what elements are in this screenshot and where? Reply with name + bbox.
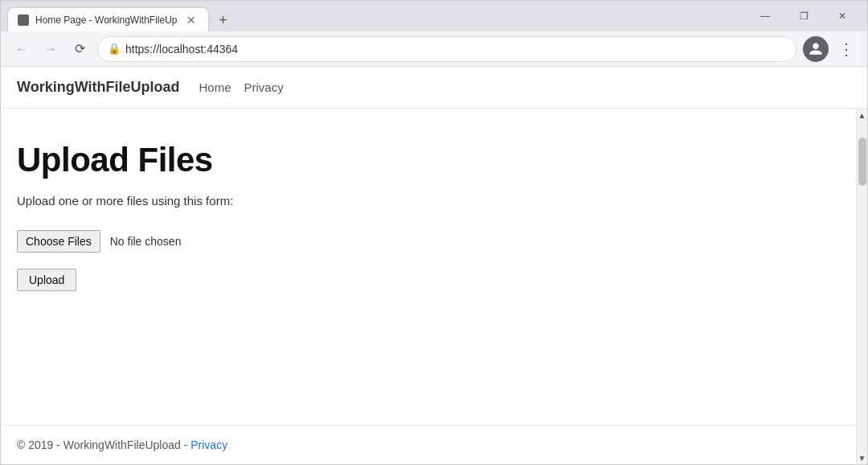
tab-favicon [18,14,29,26]
url-bar[interactable]: 🔒 https://localhost:44364 [97,36,796,62]
lock-icon: 🔒 [108,43,121,55]
page-heading: Upload Files [17,141,840,179]
upload-button[interactable]: Upload [17,269,76,291]
scroll-up-button[interactable]: ▲ [858,109,866,121]
site-navbar: WorkingWithFileUpload Home Privacy [1,67,867,109]
site-brand-link[interactable]: WorkingWithFileUpload [17,79,180,96]
site-nav-links: Home Privacy [199,80,284,94]
back-button[interactable]: ← [10,38,33,60]
more-options-button[interactable]: ⋮ [835,38,858,60]
tab-close-button[interactable]: ✕ [184,13,199,27]
reload-button[interactable]: ⟳ [68,38,91,60]
new-tab-button[interactable]: + [212,9,235,31]
file-input-wrapper: Choose Files No file chosen [17,230,840,253]
scroll-down-button[interactable]: ▼ [858,451,866,464]
nav-link-home[interactable]: Home [199,80,231,94]
main-area: Upload Files Upload one or more files us… [1,109,856,464]
minimize-button[interactable]: — [747,3,784,29]
nav-link-privacy[interactable]: Privacy [244,80,284,94]
browser-window: Home Page - WorkingWithFileUp ✕ + — ❐ ✕ … [0,0,868,465]
tab-strip: Home Page - WorkingWithFileUp ✕ + [7,1,740,31]
page-content: WorkingWithFileUpload Home Privacy Uploa… [1,67,867,464]
tab-title: Home Page - WorkingWithFileUp [35,14,178,26]
site-footer: © 2019 - WorkingWithFileUpload - Privacy [1,425,856,464]
active-tab[interactable]: Home Page - WorkingWithFileUp ✕ [7,7,209,31]
title-bar: Home Page - WorkingWithFileUp ✕ + — ❐ ✕ [1,1,867,31]
forward-button[interactable]: → [39,38,62,60]
url-text: https://localhost:44364 [125,43,238,56]
scroll-thumb[interactable] [858,138,866,186]
page-description: Upload one or more files using this form… [17,192,242,211]
maximize-button[interactable]: ❐ [785,3,822,29]
choose-files-button[interactable]: Choose Files [17,230,100,253]
scrollbar[interactable]: ▲ ▼ [856,109,867,464]
address-bar: ← → ⟳ 🔒 https://localhost:44364 ⋮ [1,31,867,67]
close-button[interactable]: ✕ [824,3,861,29]
footer-privacy-link[interactable]: Privacy [190,438,227,451]
profile-button[interactable] [803,36,829,62]
content-wrapper: Upload Files Upload one or more files us… [1,109,867,464]
window-controls: — ❐ ✕ [747,3,861,29]
no-file-text: No file chosen [110,235,182,248]
footer-copyright: © 2019 - WorkingWithFileUpload - [17,438,190,451]
main-content: Upload Files Upload one or more files us… [1,109,856,425]
